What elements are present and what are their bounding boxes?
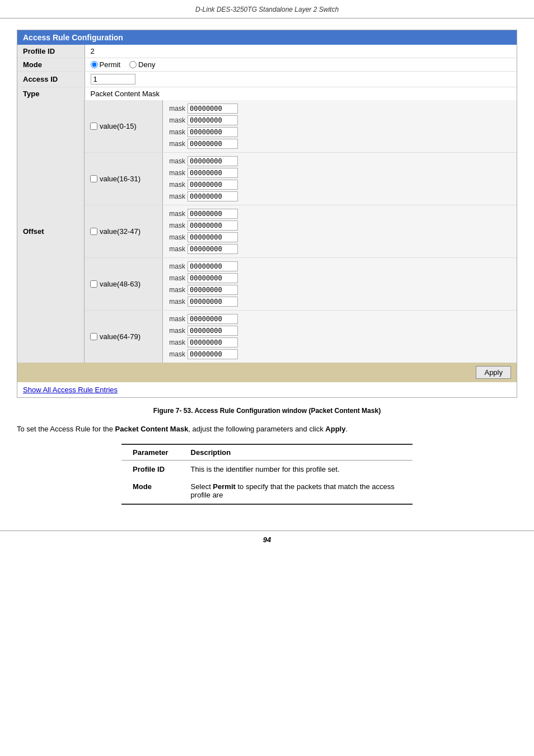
offset-group-2: value(32-47) mask mask mask xyxy=(85,205,517,258)
offset-masks-3: mask mask mask mask xyxy=(163,258,517,310)
param-name-1: Mode xyxy=(121,478,180,504)
mask-label-2-2: mask xyxy=(168,233,185,241)
offset-checkbox-0[interactable] xyxy=(90,123,97,130)
apply-row: Apply xyxy=(17,363,517,382)
offset-masks-2: mask mask mask mask xyxy=(163,205,517,257)
mask-label-0-2: mask xyxy=(168,128,185,136)
mask-input-1-0[interactable] xyxy=(188,156,238,166)
config-box: Access Rule Configuration Profile ID 2 M… xyxy=(17,30,517,398)
offset-checkbox-cell-2: value(32-47) xyxy=(85,205,163,257)
offset-checkbox-label-2[interactable]: value(32-47) xyxy=(90,227,140,236)
mask-input-4-0[interactable] xyxy=(188,314,238,324)
offset-checkbox-label-3[interactable]: value(48-63) xyxy=(90,280,140,288)
mask-row-0-3: mask xyxy=(168,139,511,149)
mask-row-3-0: mask xyxy=(168,261,511,271)
mask-label-3-3: mask xyxy=(168,298,185,306)
offset-checkbox-3[interactable] xyxy=(90,280,97,288)
mask-input-1-3[interactable] xyxy=(188,191,238,201)
deny-radio[interactable] xyxy=(129,61,137,68)
param-table-wrapper: Parameter Description Profile ID This is… xyxy=(17,444,517,505)
type-label: Type xyxy=(17,87,85,101)
deny-option[interactable]: Deny xyxy=(129,60,155,69)
offset-group-0: value(0-15) mask mask mask xyxy=(85,100,517,153)
mask-input-4-3[interactable] xyxy=(188,349,238,359)
mask-row-4-0: mask xyxy=(168,314,511,324)
mask-row-4-3: mask xyxy=(168,349,511,359)
header-title: D-Link DES-3250TG Standalone Layer 2 Swi… xyxy=(195,6,339,13)
mask-label-4-1: mask xyxy=(168,327,185,335)
radio-group: Permit Deny xyxy=(91,60,512,69)
apply-button[interactable]: Apply xyxy=(476,366,511,379)
mask-row-3-2: mask xyxy=(168,285,511,295)
offset-checkbox-4[interactable] xyxy=(90,333,97,340)
offset-masks-4: mask mask mask mask xyxy=(163,311,517,363)
mask-input-3-1[interactable] xyxy=(188,273,238,283)
access-id-cell xyxy=(85,72,517,87)
access-id-input[interactable] xyxy=(91,74,135,84)
mask-input-0-1[interactable] xyxy=(188,115,238,125)
mask-row-0-2: mask xyxy=(168,127,511,137)
mask-input-2-3[interactable] xyxy=(188,244,238,254)
mask-input-2-1[interactable] xyxy=(188,220,238,231)
offset-checkbox-label-4[interactable]: value(64-79) xyxy=(90,332,140,341)
desc-end: . xyxy=(345,425,348,433)
offset-checkbox-1[interactable] xyxy=(90,175,97,182)
profile-id-value: 2 xyxy=(85,45,517,58)
config-title: Access Rule Configuration xyxy=(17,30,517,45)
offset-masks-0: mask mask mask mask xyxy=(163,100,517,152)
offset-checkbox-cell-0: value(0-15) xyxy=(85,100,163,152)
param-row-0: Profile ID This is the identifier number… xyxy=(121,460,413,478)
param-header-row: Parameter Description xyxy=(121,444,413,461)
mask-input-1-2[interactable] xyxy=(188,180,238,190)
offset-checkbox-2[interactable] xyxy=(90,228,97,235)
mode-value: Permit Deny xyxy=(85,58,517,72)
profile-id-label: Profile ID xyxy=(17,45,85,58)
offset-group-1: value(16-31) mask mask mask xyxy=(85,153,517,205)
page-footer: 94 xyxy=(0,530,534,548)
mask-input-1-1[interactable] xyxy=(188,168,238,178)
permit-option[interactable]: Permit xyxy=(91,60,121,69)
mask-label-3-2: mask xyxy=(168,286,185,294)
mask-label-4-2: mask xyxy=(168,339,185,346)
permit-radio[interactable] xyxy=(91,61,98,68)
mask-label-0-0: mask xyxy=(168,105,185,112)
mask-input-2-2[interactable] xyxy=(188,232,238,242)
mask-input-2-0[interactable] xyxy=(188,209,238,219)
mask-input-0-3[interactable] xyxy=(188,139,238,149)
param-table-body: Profile ID This is the identifier number… xyxy=(121,460,413,504)
mask-row-1-0: mask xyxy=(168,156,511,166)
mode-label: Mode xyxy=(17,58,85,72)
col-description: Description xyxy=(180,444,413,461)
param-desc-1: Select Permit to specify that the packet… xyxy=(180,478,413,504)
mask-row-4-1: mask xyxy=(168,326,511,336)
figure-caption: Figure 7- 53. Access Rule Configuration … xyxy=(17,407,517,415)
offset-checkbox-label-0[interactable]: value(0-15) xyxy=(90,122,137,130)
mask-label-2-0: mask xyxy=(168,210,185,218)
mask-input-3-2[interactable] xyxy=(188,285,238,295)
mask-label-0-3: mask xyxy=(168,140,185,148)
mask-label-3-1: mask xyxy=(168,274,185,282)
mask-label-3-0: mask xyxy=(168,262,185,270)
description-text: To set the Access Rule for the Packet Co… xyxy=(17,424,517,435)
desc-bold-apply: Apply xyxy=(325,425,345,433)
offset-label: Offset xyxy=(17,100,85,363)
profile-id-row: Profile ID 2 xyxy=(17,45,517,58)
page-number: 94 xyxy=(263,536,271,544)
offset-checkbox-label-1[interactable]: value(16-31) xyxy=(90,175,140,183)
main-content: Access Rule Configuration Profile ID 2 M… xyxy=(0,18,534,525)
mask-input-3-0[interactable] xyxy=(188,261,238,271)
mask-input-0-0[interactable] xyxy=(188,104,238,114)
mask-input-0-2[interactable] xyxy=(188,127,238,137)
mask-input-4-1[interactable] xyxy=(188,326,238,336)
show-all-link[interactable]: Show All Access Rule Entries xyxy=(17,382,517,397)
mask-row-1-2: mask xyxy=(168,180,511,190)
mask-row-1-3: mask xyxy=(168,191,511,201)
param-row-1: Mode Select Permit to specify that the p… xyxy=(121,478,413,504)
mask-input-4-2[interactable] xyxy=(188,337,238,348)
mask-label-4-3: mask xyxy=(168,350,185,358)
desc-bold-term: Packet Content Mask xyxy=(115,425,189,433)
mask-row-2-3: mask xyxy=(168,244,511,254)
mask-label-0-1: mask xyxy=(168,116,185,124)
mask-input-3-3[interactable] xyxy=(188,297,238,307)
offset-group-3: value(48-63) mask mask mask xyxy=(85,258,517,311)
